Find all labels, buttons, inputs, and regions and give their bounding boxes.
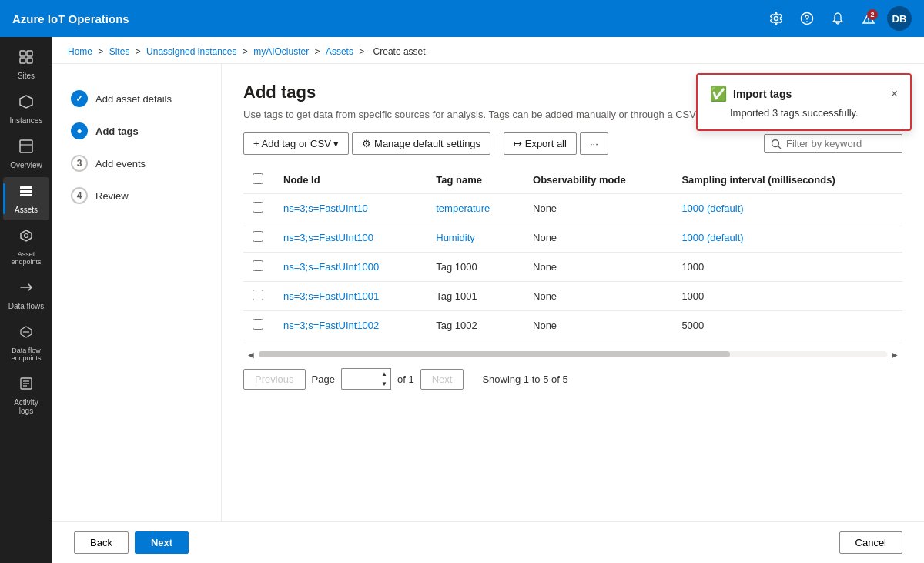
next-bottom-button[interactable]: Next	[135, 531, 189, 554]
steps-panel: ✓ Add asset details ● Add tags 3 Add eve…	[52, 64, 222, 521]
cell-observability-4: None	[524, 311, 672, 340]
page-spin-down[interactable]: ▼	[378, 379, 390, 389]
sidebar-label-instances: Instances	[10, 116, 43, 125]
breadcrumb-sites[interactable]: Sites	[109, 46, 130, 57]
top-nav-icons: 2 DB	[764, 6, 912, 31]
breadcrumb-cluster[interactable]: myAIOcluster	[253, 46, 309, 57]
svg-rect-10	[20, 190, 32, 193]
help-icon[interactable]	[795, 6, 819, 31]
cell-node-id-4: ns=3;s=FastUInt1002	[274, 311, 427, 340]
back-button[interactable]: Back	[74, 531, 129, 554]
row-checkbox-2	[243, 253, 274, 282]
toast-success-icon: ✅	[710, 85, 727, 102]
step-review[interactable]: 4 Review	[65, 179, 209, 212]
bell-icon[interactable]	[825, 6, 850, 31]
toolbar-divider	[497, 135, 497, 153]
avatar[interactable]: DB	[887, 6, 912, 31]
row-select-4[interactable]	[253, 319, 263, 330]
row-checkbox-0	[243, 193, 274, 223]
toast-header: ✅ Import tags ×	[710, 85, 898, 102]
cell-node-id-3: ns=3;s=FastUInt1001	[274, 282, 427, 311]
cell-tag-name-0: temperature	[427, 193, 524, 223]
row-checkbox-1	[243, 223, 274, 253]
toast-title: Import tags	[733, 88, 885, 100]
step-label-1: Add asset details	[95, 93, 172, 105]
select-all-checkbox[interactable]	[253, 173, 263, 184]
row-select-0[interactable]	[253, 202, 263, 213]
cell-tag-name-1: Humidity	[427, 223, 524, 253]
export-all-button[interactable]: ↦ Export all	[504, 132, 577, 155]
sidebar-item-data-flows[interactable]: Data flows	[3, 273, 49, 317]
previous-button[interactable]: Previous	[243, 369, 306, 390]
sidebar-item-asset-endpoints[interactable]: Asset endpoints	[3, 222, 49, 272]
table-row: ns=3;s=FastUInt1000 Tag 1000 None 1000	[243, 253, 902, 282]
cell-observability-0: None	[524, 193, 672, 223]
step-label-3: Add events	[95, 158, 146, 169]
sidebar-item-data-flow-endpoints[interactable]: Data flow endpoints	[3, 318, 49, 368]
page-input[interactable]: 1	[341, 368, 378, 390]
sidebar: Sites Instances Overview Assets Asset	[0, 37, 52, 563]
step-circle-1: ✓	[71, 90, 88, 107]
node-id-link-2[interactable]: ns=3;s=FastUInt1000	[283, 261, 379, 273]
notification-icon[interactable]: 2	[856, 6, 881, 31]
settings-icon[interactable]	[764, 6, 788, 31]
app-title: Azure IoT Operations	[12, 12, 755, 25]
toast-close-button[interactable]: ×	[891, 87, 898, 101]
data-flow-endpoints-icon	[18, 324, 34, 343]
next-button[interactable]: Next	[420, 369, 464, 390]
cell-tag-name-2: Tag 1000	[427, 253, 524, 282]
step-add-events[interactable]: 3 Add events	[65, 147, 209, 179]
cell-node-id-1: ns=3;s=FastUInt100	[274, 223, 427, 253]
scroll-track[interactable]	[259, 351, 887, 357]
sidebar-item-assets[interactable]: Assets	[3, 177, 49, 220]
add-tag-csv-button[interactable]: + Add tag or CSV ▾	[243, 132, 349, 155]
sidebar-label-data-flows: Data flows	[8, 302, 45, 310]
horizontal-scrollbar[interactable]: ◀ ▶	[243, 347, 902, 362]
step-label-2: Add tags	[95, 126, 139, 137]
step-add-tags[interactable]: ● Add tags	[65, 115, 209, 147]
col-sampling: Sampling interval (milliseconds)	[672, 167, 902, 193]
row-select-2[interactable]	[253, 260, 263, 271]
notification-badge: 2	[867, 9, 878, 20]
table-row: ns=3;s=FastUInt100 Humidity None 1000 (d…	[243, 223, 902, 253]
instances-icon	[18, 94, 34, 113]
row-select-3[interactable]	[253, 290, 263, 300]
node-id-link-1[interactable]: ns=3;s=FastUInt100	[283, 232, 373, 243]
sidebar-label-asset-endpoints: Asset endpoints	[6, 250, 46, 266]
col-node-id: Node Id	[274, 167, 427, 193]
top-nav: Azure IoT Operations 2 DB	[0, 0, 924, 37]
page-spin-buttons: ▲ ▼	[378, 368, 391, 390]
breadcrumb-assets[interactable]: Assets	[326, 46, 353, 57]
node-id-link-3[interactable]: ns=3;s=FastUInt1001	[283, 290, 379, 302]
sidebar-item-instances[interactable]: Instances	[3, 88, 49, 131]
toast-notification: ✅ Import tags × Imported 3 tags successf…	[696, 73, 912, 131]
breadcrumb-unassigned[interactable]: Unassigned instances	[146, 46, 236, 57]
tag-name-link-0[interactable]: temperature	[436, 203, 490, 214]
svg-point-19	[772, 139, 779, 146]
tag-name-4: Tag 1002	[436, 320, 477, 331]
scroll-left[interactable]: ◀	[243, 347, 259, 362]
step-add-asset-details[interactable]: ✓ Add asset details	[65, 82, 209, 115]
sidebar-item-sites[interactable]: Sites	[3, 43, 49, 86]
sidebar-item-activity-logs[interactable]: Activity logs	[3, 370, 49, 421]
search-icon	[771, 139, 782, 149]
svg-point-1	[806, 21, 808, 22]
sidebar-item-overview[interactable]: Overview	[3, 132, 49, 176]
cell-observability-2: None	[524, 253, 672, 282]
col-tag-name: Tag name	[427, 167, 524, 193]
svg-rect-5	[27, 58, 32, 63]
svg-rect-9	[20, 186, 32, 189]
more-options-button[interactable]: ···	[580, 132, 608, 155]
cancel-button[interactable]: Cancel	[839, 531, 902, 554]
page-spin-up[interactable]: ▲	[378, 369, 390, 379]
scroll-right[interactable]: ▶	[887, 347, 902, 362]
node-id-link-0[interactable]: ns=3;s=FastUInt10	[283, 203, 368, 214]
node-id-link-4[interactable]: ns=3;s=FastUInt1002	[283, 320, 379, 331]
tag-name-link-1[interactable]: Humidity	[436, 232, 475, 243]
breadcrumb-home[interactable]: Home	[68, 46, 92, 57]
sidebar-label-sites: Sites	[18, 72, 35, 80]
asset-endpoints-icon	[18, 228, 34, 247]
search-input[interactable]	[786, 138, 894, 149]
row-select-1[interactable]	[253, 231, 263, 242]
manage-default-settings-button[interactable]: ⚙ Manage default settings	[352, 132, 490, 155]
